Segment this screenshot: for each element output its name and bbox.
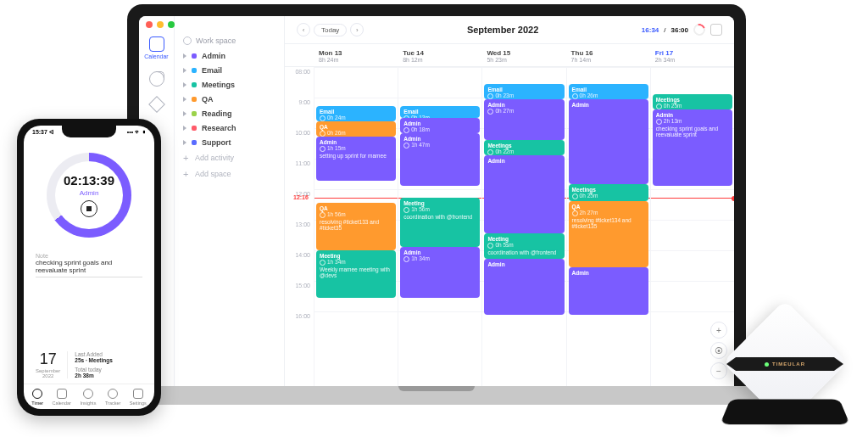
- today-button[interactable]: Today: [314, 24, 347, 36]
- led-icon: [765, 362, 769, 367]
- color-dot: [192, 82, 197, 87]
- calendar-event[interactable]: Admin2h 13mchecking sprint goals and ree…: [653, 109, 732, 186]
- timer-value: 02:13:39: [64, 173, 114, 188]
- calendar-event[interactable]: Admin1h 15msetting up sprint for mamee: [316, 137, 396, 181]
- day-header[interactable]: Wed 155h 23m: [481, 44, 565, 66]
- tab-timer[interactable]: Timer: [31, 389, 43, 406]
- day-header[interactable]: Fri 172h 34m: [650, 44, 734, 66]
- device-brand: TIMEULAR: [772, 361, 805, 367]
- timer-view: 02:13:39 Admin Note checking sprint goal…: [24, 136, 154, 384]
- event-title: Meetings: [572, 187, 645, 193]
- day-column[interactable]: Email0h 23mAdmin0h 27mMeetings0h 22mAdmi…: [481, 67, 565, 386]
- calendar-grid[interactable]: 08:009:0010:0011:0012:0013:0014:0015:001…: [285, 67, 734, 386]
- day-header[interactable]: Tue 148h 12m: [398, 44, 481, 66]
- activity-item[interactable]: QA: [183, 95, 275, 104]
- calendar-event[interactable]: Email0h 12m: [400, 106, 480, 118]
- calendar-event[interactable]: Admin: [569, 99, 648, 184]
- calendar-event[interactable]: Admin0h 27m: [484, 99, 564, 140]
- calendar-event[interactable]: QA1h 56mresolving #ticket133 and #ticket…: [316, 203, 396, 250]
- date-day: 17: [36, 350, 60, 368]
- plus-icon: +: [183, 169, 190, 179]
- event-note: resolving #ticket134 and #ticket135: [572, 217, 645, 230]
- activity-label: Admin: [202, 52, 225, 60]
- day-column[interactable]: Email0h 12mAdmin0h 18mAdmin1h 47mMeeting…: [398, 67, 481, 386]
- event-duration: 2h 13m: [656, 118, 729, 124]
- event-duration: 0h 18m: [403, 126, 476, 132]
- event-duration: 1h 15m: [320, 145, 392, 151]
- hour-label: 14:00: [285, 252, 314, 283]
- chevron-right-icon: [183, 97, 186, 102]
- calendar-event[interactable]: Email0h 26m: [569, 84, 648, 99]
- calendar-event[interactable]: Meeting1h 34mWeekly mamee meeting with @…: [316, 250, 396, 298]
- tab-label: Calendar: [53, 401, 71, 406]
- time-summary: 16:34 / 36:00: [642, 24, 722, 36]
- add-activity-button[interactable]: +Add activity: [183, 153, 275, 163]
- calendar-event[interactable]: Meeting0h 5smcoordination with @frontend: [484, 233, 564, 259]
- laptop-screen: Calendar Work space AdminEmailMeetingsQA…: [127, 4, 746, 386]
- calendar-event[interactable]: QA0h 26m: [316, 121, 396, 137]
- activity-item[interactable]: Admin: [183, 52, 275, 60]
- day-label: Tue 14: [403, 49, 476, 57]
- activity-item[interactable]: Research: [183, 124, 275, 132]
- event-title: Admin: [320, 139, 392, 145]
- rail-calendar[interactable]: Calendar: [146, 36, 168, 59]
- color-dot: [192, 111, 197, 116]
- chevron-right-icon: [183, 68, 186, 73]
- rail-insights[interactable]: [146, 71, 168, 87]
- calendar-event[interactable]: Meetings0h 25m: [569, 184, 648, 201]
- event-note: setting up sprint for mamee: [320, 153, 392, 159]
- day-header[interactable]: Thu 167h 14m: [566, 44, 650, 66]
- calendar-event[interactable]: Email0h 23m: [484, 84, 564, 99]
- event-title: Meetings: [487, 143, 560, 148]
- stop-button[interactable]: [81, 200, 97, 217]
- activity-item[interactable]: Reading: [183, 109, 275, 118]
- activity-item[interactable]: Meetings: [183, 81, 275, 89]
- tab-insights[interactable]: Insights: [80, 389, 96, 406]
- calendar-event[interactable]: QA2h 27mresolving #ticket134 and #ticket…: [569, 201, 648, 267]
- rail-tracker[interactable]: [146, 98, 168, 110]
- event-title: Meeting: [320, 253, 392, 259]
- chevron-right-icon: [183, 140, 186, 145]
- date-nav: ‹ Today ›: [297, 23, 364, 36]
- calendar-event[interactable]: Admin0h 18m: [400, 118, 480, 133]
- day-column[interactable]: Email0h 24mQA0h 26mAdmin1h 15msetting up…: [314, 67, 398, 386]
- tab-settings[interactable]: Settings: [130, 389, 147, 406]
- tab-calendar[interactable]: Calendar: [53, 389, 71, 406]
- activity-label: Research: [202, 124, 236, 132]
- calendar-event[interactable]: Meetings0h 22m: [484, 140, 564, 155]
- activity-label: Reading: [202, 109, 232, 118]
- note-field[interactable]: Note checking sprint goals and reevaluat…: [36, 253, 142, 277]
- status-time: 15:37 ᐊ: [32, 129, 53, 136]
- event-duration: 0h 23m: [487, 92, 560, 98]
- window-controls[interactable]: [146, 21, 175, 28]
- calendar-event[interactable]: Admin: [569, 267, 648, 315]
- calendar-event[interactable]: Meeting1h 56mcoordination with @frontend: [400, 198, 480, 247]
- hour-label: 15:00: [285, 283, 314, 313]
- tracker-device: TIMEULAR: [717, 286, 853, 430]
- next-button[interactable]: ›: [350, 23, 364, 36]
- hour-label: 10:00: [285, 130, 314, 160]
- calendar-event[interactable]: Admin1h 34m: [400, 247, 480, 298]
- day-column[interactable]: Email0h 26mAdminMeetings0h 25mQA2h 27mre…: [566, 67, 650, 386]
- prev-button[interactable]: ‹: [297, 23, 310, 36]
- activity-item[interactable]: Support: [183, 138, 275, 147]
- calendar-event[interactable]: Meetings0h 25m: [653, 94, 732, 109]
- activity-item[interactable]: Email: [183, 66, 275, 75]
- chevron-right-icon: [183, 82, 186, 87]
- hour-label: 9:00: [285, 99, 314, 130]
- calendar-event[interactable]: Admin: [484, 155, 564, 233]
- calendar-event[interactable]: Admin: [484, 259, 564, 315]
- space-header[interactable]: Work space: [183, 36, 275, 45]
- date-picker-icon[interactable]: [710, 24, 722, 36]
- calendar-event[interactable]: Email0h 24m: [316, 106, 396, 121]
- calendar-event[interactable]: Admin1h 47m: [400, 133, 480, 186]
- hour-label: 08:00: [285, 69, 314, 99]
- tab-tracker[interactable]: Tracker: [105, 389, 120, 406]
- day-label: Fri 17: [655, 49, 729, 57]
- event-duration: 0h 26m: [320, 130, 392, 136]
- day-duration: 7h 14m: [571, 57, 645, 63]
- event-duration: 0h 25m: [656, 103, 729, 109]
- day-header[interactable]: Mon 138h 24m: [314, 44, 398, 66]
- hour-label: 16:00: [285, 313, 314, 344]
- add-space-button[interactable]: +Add space: [183, 169, 275, 179]
